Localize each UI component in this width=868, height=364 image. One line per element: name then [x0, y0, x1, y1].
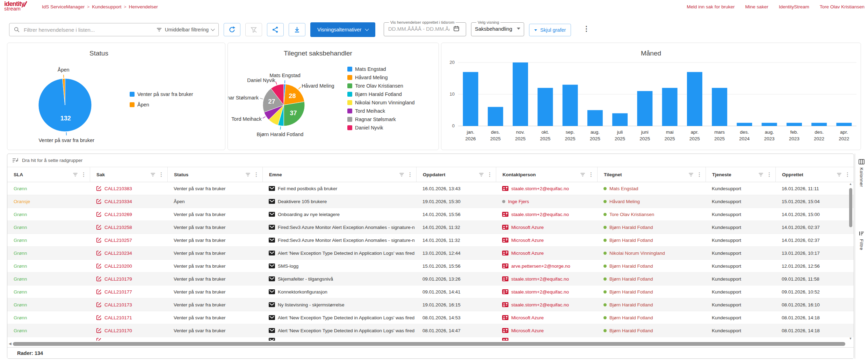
edit-case-icon[interactable] [96, 199, 102, 204]
legend-label[interactable]: Håvard Meling [355, 75, 388, 80]
refresh-button[interactable] [224, 23, 240, 36]
column-header-oppdatert[interactable]: Oppdatert⋮ [416, 167, 496, 182]
column-header-kontakt[interactable]: Kontaktperson⋮ [496, 167, 597, 182]
scroll-up-icon[interactable]: ▲ [849, 183, 852, 186]
bar[interactable] [612, 113, 628, 126]
view-select-field[interactable]: Velg visning Saksbehandling [471, 20, 524, 36]
bar[interactable] [687, 72, 702, 126]
column-header-status[interactable]: Status⋮ [167, 167, 262, 182]
horizontal-scrollbar[interactable]: ◀ [9, 341, 845, 347]
hide-charts-button[interactable]: Skjul grafer [529, 24, 571, 36]
top-link[interactable]: Tore Olav Kristiansen [820, 4, 865, 9]
legend-label[interactable]: Tore Olav Kristiansen [355, 83, 403, 89]
assignee-link[interactable]: Bjørn Harald Fotland [609, 315, 653, 320]
legend-label[interactable]: Mats Engstad [355, 66, 386, 72]
filter-input[interactable] [23, 27, 153, 33]
table-row[interactable]: GrønnCALL210179Venter på svar fra bruker… [7, 273, 854, 285]
top-link[interactable]: Mine saker [745, 4, 768, 9]
case-link[interactable]: CALL210258 [104, 225, 132, 230]
column-menu-icon[interactable]: ⋮ [487, 171, 492, 178]
legend-swatch[interactable] [130, 92, 135, 97]
legend-swatch[interactable] [347, 83, 352, 88]
edit-case-icon[interactable] [96, 237, 102, 243]
table-row[interactable]: GrønnCALL210171Venter på svar fra bruker… [7, 311, 854, 324]
column-header-sak[interactable]: Sak⋮ [90, 167, 167, 182]
contact-link[interactable]: Microsoft Azure [511, 315, 544, 320]
case-link[interactable]: CALL210171 [104, 315, 132, 320]
bar[interactable] [662, 88, 678, 126]
edit-case-icon[interactable] [96, 328, 102, 333]
contact-link[interactable]: Inge Fjers [508, 199, 529, 204]
case-link[interactable]: CALL210177 [104, 289, 132, 295]
top-link[interactable]: IdentityStream [779, 4, 809, 9]
legend-swatch[interactable] [347, 75, 352, 80]
bar[interactable] [488, 107, 503, 126]
table-row[interactable]: GrønnCALL210257Venter på svar fra bruker… [7, 234, 854, 247]
legend-swatch[interactable] [347, 92, 352, 97]
column-menu-icon[interactable]: ⋮ [767, 171, 772, 178]
assignee-link[interactable]: Nikolai Norum Vinningland [609, 251, 665, 256]
edit-case-icon[interactable] [96, 263, 102, 269]
case-link[interactable]: CALL210234 [104, 251, 132, 256]
legend-label[interactable]: Venter på svar fra bruker [137, 91, 193, 97]
bar[interactable] [811, 123, 827, 126]
assignee-link[interactable]: Bjørn Harald Fotland [609, 289, 653, 295]
column-filter-icon[interactable] [688, 172, 694, 177]
edit-case-icon[interactable] [96, 186, 102, 191]
assignee-link[interactable]: Bjørn Harald Fotland [609, 263, 653, 269]
bar[interactable] [836, 123, 852, 126]
calendar-icon[interactable] [453, 25, 460, 32]
legend-label[interactable]: Tord Meihack [355, 108, 385, 114]
bar[interactable] [737, 123, 752, 126]
bar[interactable] [537, 88, 553, 126]
top-link[interactable]: Meld inn sak for bruker [687, 4, 735, 9]
breadcrumb-item[interactable]: IdS ServiceManager [42, 4, 85, 9]
column-menu-icon[interactable]: ⋮ [697, 171, 702, 178]
table-row[interactable]: GrønnCALL210173Venter på svar fra bruker… [7, 298, 854, 311]
contact-link[interactable]: Microsoft Azure [511, 328, 544, 333]
legend-label[interactable]: Åpen [137, 102, 149, 107]
column-header-opprettet[interactable]: Opprettet⋮ [775, 167, 854, 182]
assignee-link[interactable]: Bjørn Harald Fotland [609, 302, 653, 307]
assignee-link[interactable]: Bjørn Harald Fotland [609, 225, 653, 230]
edit-case-icon[interactable] [96, 211, 102, 217]
legend-swatch[interactable] [347, 67, 352, 72]
assignee-link[interactable]: Bjørn Harald Fotland [609, 328, 653, 333]
column-filter-icon[interactable] [245, 172, 251, 177]
share-button[interactable] [267, 23, 284, 36]
assignee-link[interactable]: Bjørn Harald Fotland [609, 276, 653, 282]
bar[interactable] [563, 85, 578, 126]
legend-label[interactable]: Bjørn Harald Fotland [355, 91, 402, 97]
bar[interactable] [513, 62, 528, 126]
edit-case-icon[interactable] [96, 224, 102, 230]
legend-swatch[interactable] [347, 117, 352, 122]
contact-link[interactable]: Microsoft Azure [511, 251, 544, 256]
column-filter-icon[interactable] [399, 172, 404, 177]
edit-case-icon[interactable] [96, 250, 102, 256]
legend-swatch[interactable] [347, 125, 352, 130]
column-menu-icon[interactable]: ⋮ [845, 171, 850, 178]
table-row[interactable]: GrønnCALL210383Venter på svar fra bruker… [7, 182, 854, 195]
case-link[interactable]: CALL210334 [104, 199, 132, 204]
column-menu-icon[interactable]: ⋮ [407, 171, 413, 178]
column-filter-icon[interactable] [837, 172, 842, 177]
filter-searchbox[interactable]: Umiddelbar filtrering [9, 23, 219, 36]
date-range-input[interactable] [388, 25, 450, 32]
breadcrumb-item[interactable]: Kundesupport [92, 4, 121, 9]
horizontal-scroll-thumb[interactable] [13, 342, 845, 346]
case-link[interactable]: CALL210173 [104, 302, 132, 307]
column-header-tjeneste[interactable]: Tjeneste⋮ [706, 167, 775, 182]
case-link[interactable]: CALL210179 [104, 276, 132, 282]
edit-case-icon[interactable] [96, 276, 102, 282]
case-link[interactable]: CALL210200 [104, 263, 132, 269]
edit-case-icon[interactable] [96, 315, 102, 320]
contact-link[interactable]: Microsoft Azure [511, 238, 544, 243]
bar[interactable] [787, 123, 802, 126]
instant-filter-dropdown[interactable]: Umiddelbar filtrering [156, 27, 214, 32]
bar[interactable] [762, 123, 777, 126]
table-row[interactable]: GrønnCALL210177Venter på svar fra bruker… [7, 285, 854, 298]
vertical-scrollbar[interactable]: ▲ ▼ [848, 183, 853, 340]
download-button[interactable] [289, 23, 305, 36]
legend-swatch[interactable] [130, 102, 135, 107]
column-header-sla[interactable]: SLA⋮ [7, 167, 90, 182]
